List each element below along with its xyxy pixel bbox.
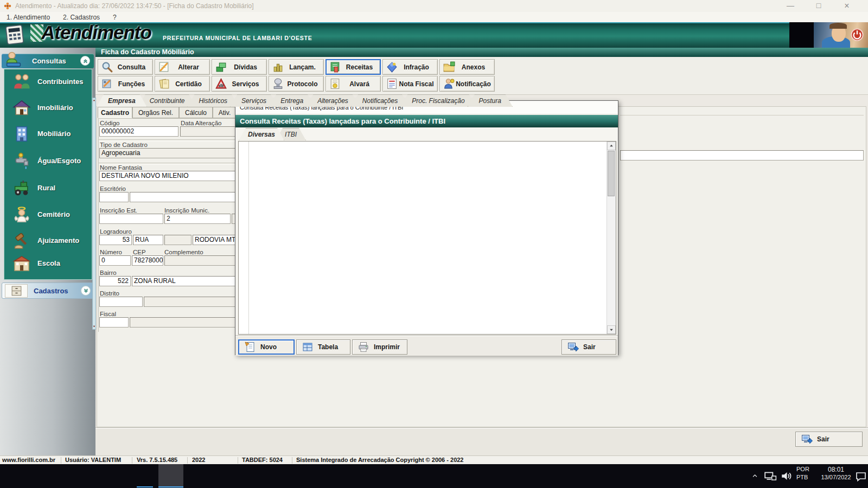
subtab-orgaos-rel[interactable]: Orgãos Rel. [132,107,179,118]
collapse-button[interactable] [80,56,90,66]
input-logradouro-codigo[interactable]: 53 [99,235,132,245]
header-attendant-photo [789,22,868,48]
input-inscricao-mun[interactable]: 2 [164,214,231,224]
note-icon [386,78,398,90]
chev_up_small-icon[interactable] [751,472,759,480]
tab-empresa[interactable]: Empresa [97,94,147,107]
label-escritorio: Escritório [100,185,126,192]
toolbar-button-dividas[interactable]: Dívidas [212,59,267,75]
input-numero[interactable]: 0 [99,255,131,266]
sidebar-item-ajuizamento[interactable]: Ajuizamento [4,229,92,253]
sidebar-item-escola[interactable]: Escola [4,252,92,276]
toolbar-button-anexos[interactable]: Anexos [439,59,495,75]
toolbar-button-protocolo[interactable]: Protocolo [269,76,324,92]
subtab-calculo[interactable]: Cálculo [179,107,213,118]
angel-icon [12,206,31,224]
tab-alteracoes[interactable]: Alterações [306,94,360,107]
sidebar-item-cemiterio[interactable]: Cemitério [4,203,92,227]
toolbar-button-receitas[interactable]: Receitas [326,59,381,75]
scroll-up-button[interactable] [607,142,616,150]
sair-button[interactable]: Sair [795,432,863,447]
restore-icon[interactable]: □ [805,0,832,12]
input-logradouro-extra[interactable] [164,235,192,245]
power-icon[interactable] [850,28,864,42]
novo-button[interactable]: Novo [238,339,295,355]
app-logo: Atendimento [41,22,151,43]
dialog-results-grid[interactable] [238,141,616,335]
field-continuation-right[interactable] [620,150,864,160]
edit-icon [158,61,170,73]
gem-icon [386,61,398,73]
bottom-bar [95,427,868,456]
toolbar-button-alterar[interactable]: Alterar [155,59,210,75]
dialog-sair-button[interactable]: Sair [561,339,616,355]
toolbar-button-funcoes[interactable]: Funções [98,76,153,92]
tray-clock-date[interactable]: 13/07/2022 [816,474,856,480]
statusbar: www.fiorilli.com.br Usuário: VALENTIM Vr… [0,455,868,465]
tabela-button[interactable]: Tabela [296,339,350,355]
side-scrollbar[interactable] [92,98,96,330]
toolbar-button-alvara[interactable]: Alvará [326,76,381,92]
sidebar-item-contribuintes[interactable]: Contribuintes [4,70,92,94]
imprimir-button[interactable]: Imprimir [352,339,407,355]
network-icon[interactable] [764,470,777,483]
tray-language-top[interactable]: POR [796,466,809,472]
expand-button[interactable] [81,286,91,296]
input-nome-fantasia[interactable]: DESTILARIA NOVO MILENIO [99,171,255,181]
receipt-icon [329,61,342,73]
tab-proc-fiscalizacao[interactable]: Proc. Fiscalização [400,94,476,107]
toolbar-button-servicos[interactable]: Serviços [212,76,267,92]
input-cep[interactable]: 78278000 [132,255,163,266]
menu-atendimento[interactable]: 1. Atendimento [4,14,52,21]
grid-gutter-line [248,142,249,334]
subtab-ativ[interactable]: Ativ. [213,107,237,118]
speaker-icon[interactable] [780,470,793,483]
tray-clock-time[interactable]: 08:01 [820,466,852,473]
tab-postura[interactable]: Postura [468,94,513,107]
input-bairro-codigo[interactable]: 522 [99,276,131,286]
menu-help[interactable]: ? [111,14,119,21]
toolbar-button-infracao[interactable]: Infração [382,59,438,75]
label-complemento: Complemento [164,249,203,255]
subtab-cadastro[interactable]: Cadastro [98,107,132,118]
scroll-down-button[interactable] [607,325,616,334]
tab-historicos[interactable]: Históricos [187,94,239,107]
toolbar-button-certidao[interactable]: Certidão [155,76,210,92]
minimize-icon[interactable]: — [777,0,804,12]
cubes-icon [215,61,227,73]
sidebar-item-rural[interactable]: Rural [4,177,92,201]
toolbar-button-nota-fiscal[interactable]: Nota Fiscal [382,76,438,92]
status-version: Vrs. 7.5.15.485 [137,457,177,463]
status-user: Usuário: VALENTIM [65,457,121,463]
input-escritorio-codigo[interactable] [99,192,129,202]
tab-notificacoes[interactable]: Notificações [351,94,409,107]
input-tipo-cadastro[interactable]: Agropecuaria [99,148,255,158]
tri_down-icon[interactable] [93,325,95,328]
dialog-tab-diversas[interactable]: Diversas [239,128,284,140]
input-distrito-codigo[interactable] [99,297,143,307]
scroll-thumb[interactable] [608,151,615,196]
input-logradouro-tipo[interactable]: RUA [133,235,163,245]
label-inscricao-mun: Inscrição Munic. [164,207,209,214]
menu-cadastros[interactable]: 2. Cadastros [61,14,102,21]
sidebar-item-imobiliario[interactable]: Imobiliário [4,97,92,120]
toolbar-button-consulta[interactable]: Consulta [98,59,153,75]
input-inscricao-est[interactable] [99,214,163,224]
tray-language-bottom[interactable]: PTB [796,474,808,480]
sidebar-group-cadastros[interactable]: Cadastros [2,282,94,299]
toolbar-button-lancamentos[interactable]: Lançam. [269,59,324,75]
screen: Atendimento - Atualizado dia: 27/06/2022… [0,0,868,488]
chat-icon[interactable] [855,470,867,482]
municipality-name: PREFEITURA MUNICIPAL DE LAMBARI D'OESTE [163,35,312,41]
close-icon[interactable]: × [833,0,860,12]
toolbar-button-notificacao[interactable]: Notificação [439,76,495,92]
dialog-scrollbar[interactable] [607,142,616,334]
tri_up-icon[interactable] [93,99,95,102]
sidebar-item-agua-esgoto[interactable]: Água/Esgoto [4,150,92,174]
input-fiscal-codigo[interactable] [99,317,129,328]
sidebar-item-mobiliario[interactable]: Mobiliário [4,123,92,146]
chart-icon [272,61,284,73]
tab-contribuinte[interactable]: Contribuinte [138,94,196,107]
input-codigo[interactable]: 000000002 [99,126,178,137]
people-icon [12,73,31,91]
